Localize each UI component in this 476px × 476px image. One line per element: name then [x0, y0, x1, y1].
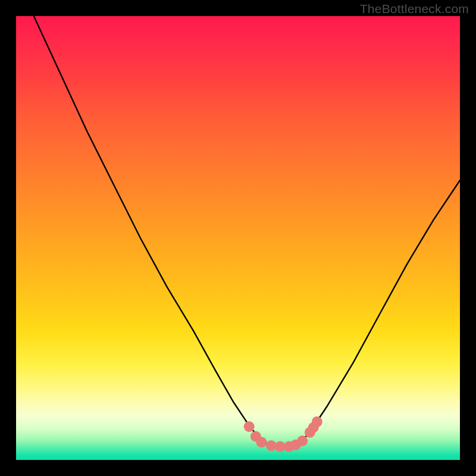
bottleneck-curve	[34, 16, 460, 447]
highlight-dot	[256, 437, 267, 447]
plot-area	[16, 16, 460, 460]
highlight-dots	[244, 416, 322, 452]
highlight-dot	[312, 416, 322, 427]
highlight-dot	[244, 421, 255, 432]
watermark-text: TheBottleneck.com	[360, 2, 469, 16]
chart-svg	[16, 16, 460, 460]
highlight-dot	[297, 436, 308, 446]
chart-frame: TheBottleneck.com	[0, 0, 476, 476]
